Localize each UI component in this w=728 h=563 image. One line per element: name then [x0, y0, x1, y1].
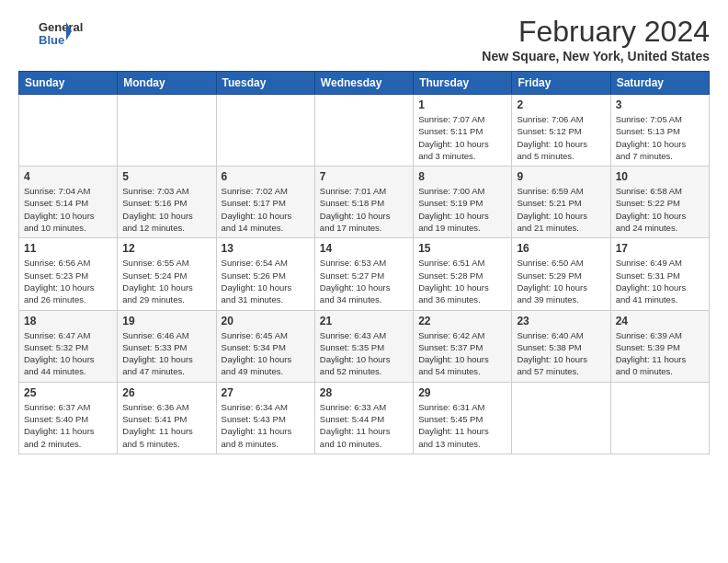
day-info: Sunrise: 6:46 AMSunset: 5:33 PMDaylight:… [122, 329, 210, 378]
calendar-cell: 9Sunrise: 6:59 AMSunset: 5:21 PMDaylight… [512, 167, 610, 238]
day-number: 27 [222, 386, 310, 399]
day-number: 12 [122, 242, 210, 255]
calendar-cell: 1Sunrise: 7:07 AMSunset: 5:11 PMDaylight… [414, 95, 512, 167]
day-number: 5 [122, 170, 210, 183]
day-info: Sunrise: 6:36 AMSunset: 5:41 PMDaylight:… [122, 401, 210, 450]
day-number: 6 [222, 170, 310, 183]
calendar-cell: 11Sunrise: 6:56 AMSunset: 5:23 PMDayligh… [19, 238, 118, 310]
day-info: Sunrise: 6:33 AMSunset: 5:44 PMDaylight:… [320, 401, 408, 450]
day-info: Sunrise: 7:04 AMSunset: 5:14 PMDaylight:… [24, 185, 112, 234]
day-number: 19 [122, 315, 210, 327]
calendar-cell: 15Sunrise: 6:51 AMSunset: 5:28 PMDayligh… [414, 238, 512, 310]
day-info: Sunrise: 7:05 AMSunset: 5:13 PMDaylight:… [616, 113, 704, 162]
day-number: 18 [24, 315, 112, 327]
day-number: 26 [122, 386, 210, 399]
calendar-week-row: 18Sunrise: 6:47 AMSunset: 5:32 PMDayligh… [19, 310, 710, 382]
calendar-cell [216, 95, 314, 167]
day-info: Sunrise: 6:58 AMSunset: 5:22 PMDaylight:… [616, 185, 704, 234]
calendar-cell: 28Sunrise: 6:33 AMSunset: 5:44 PMDayligh… [314, 382, 413, 454]
day-number: 7 [320, 170, 408, 183]
calendar-cell: 19Sunrise: 6:46 AMSunset: 5:33 PMDayligh… [118, 310, 216, 382]
calendar-cell: 29Sunrise: 6:31 AMSunset: 5:45 PMDayligh… [414, 382, 512, 454]
column-header-friday: Friday [512, 72, 610, 95]
day-info: Sunrise: 6:47 AMSunset: 5:32 PMDaylight:… [24, 329, 112, 378]
calendar-cell: 24Sunrise: 6:39 AMSunset: 5:39 PMDayligh… [610, 310, 709, 382]
calendar-cell [314, 95, 413, 167]
day-info: Sunrise: 7:00 AMSunset: 5:19 PMDaylight:… [418, 185, 506, 234]
day-number: 21 [320, 315, 408, 327]
calendar-cell: 2Sunrise: 7:06 AMSunset: 5:12 PMDaylight… [512, 95, 610, 167]
calendar-cell: 23Sunrise: 6:40 AMSunset: 5:38 PMDayligh… [512, 310, 610, 382]
day-number: 17 [616, 242, 704, 255]
day-info: Sunrise: 6:39 AMSunset: 5:39 PMDaylight:… [616, 329, 704, 378]
column-header-sunday: Sunday [19, 72, 118, 95]
column-header-saturday: Saturday [610, 72, 709, 95]
calendar-cell: 18Sunrise: 6:47 AMSunset: 5:32 PMDayligh… [19, 310, 118, 382]
logo: General Blue General Blue [18, 15, 92, 52]
day-info: Sunrise: 6:43 AMSunset: 5:35 PMDaylight:… [320, 329, 408, 378]
day-number: 20 [222, 315, 310, 327]
day-info: Sunrise: 7:07 AMSunset: 5:11 PMDaylight:… [418, 113, 506, 162]
calendar-header-row: SundayMondayTuesdayWednesdayThursdayFrid… [19, 72, 710, 95]
calendar-cell: 8Sunrise: 7:00 AMSunset: 5:19 PMDaylight… [414, 167, 512, 238]
day-number: 25 [24, 386, 112, 399]
day-number: 9 [517, 170, 605, 183]
day-info: Sunrise: 6:56 AMSunset: 5:23 PMDaylight:… [24, 257, 112, 305]
calendar-table: SundayMondayTuesdayWednesdayThursdayFrid… [18, 71, 710, 454]
calendar-cell: 27Sunrise: 6:34 AMSunset: 5:43 PMDayligh… [216, 382, 314, 454]
calendar-week-row: 1Sunrise: 7:07 AMSunset: 5:11 PMDaylight… [19, 95, 710, 167]
day-number: 22 [418, 315, 506, 327]
column-header-thursday: Thursday [414, 72, 512, 95]
day-number: 13 [222, 242, 310, 255]
day-info: Sunrise: 6:42 AMSunset: 5:37 PMDaylight:… [418, 329, 506, 378]
day-number: 11 [24, 242, 112, 255]
calendar-cell [512, 382, 610, 454]
calendar-week-row: 4Sunrise: 7:04 AMSunset: 5:14 PMDaylight… [19, 167, 710, 238]
day-info: Sunrise: 6:53 AMSunset: 5:27 PMDaylight:… [320, 257, 408, 305]
calendar-cell [610, 382, 709, 454]
day-number: 16 [517, 242, 605, 255]
day-info: Sunrise: 6:37 AMSunset: 5:40 PMDaylight:… [24, 401, 112, 450]
day-number: 8 [418, 170, 506, 183]
day-info: Sunrise: 6:54 AMSunset: 5:26 PMDaylight:… [222, 257, 310, 305]
calendar-cell: 17Sunrise: 6:49 AMSunset: 5:31 PMDayligh… [610, 238, 709, 310]
day-number: 1 [418, 98, 506, 111]
day-number: 3 [616, 98, 704, 111]
day-info: Sunrise: 6:50 AMSunset: 5:29 PMDaylight:… [517, 257, 605, 305]
calendar-cell: 10Sunrise: 6:58 AMSunset: 5:22 PMDayligh… [610, 167, 709, 238]
day-info: Sunrise: 7:01 AMSunset: 5:18 PMDaylight:… [320, 185, 408, 234]
calendar-cell: 4Sunrise: 7:04 AMSunset: 5:14 PMDaylight… [19, 167, 118, 238]
day-number: 28 [320, 386, 408, 399]
calendar-cell: 25Sunrise: 6:37 AMSunset: 5:40 PMDayligh… [19, 382, 118, 454]
day-number: 4 [24, 170, 112, 183]
location-subtitle: New Square, New York, United States [482, 49, 710, 63]
calendar-cell [118, 95, 216, 167]
calendar-cell: 20Sunrise: 6:45 AMSunset: 5:34 PMDayligh… [216, 310, 314, 382]
day-number: 2 [517, 98, 605, 111]
column-header-tuesday: Tuesday [216, 72, 314, 95]
day-info: Sunrise: 6:34 AMSunset: 5:43 PMDaylight:… [222, 401, 310, 450]
main-title: February 2024 [482, 15, 710, 49]
day-info: Sunrise: 6:55 AMSunset: 5:24 PMDaylight:… [122, 257, 210, 305]
column-header-monday: Monday [118, 72, 216, 95]
calendar-cell: 14Sunrise: 6:53 AMSunset: 5:27 PMDayligh… [314, 238, 413, 310]
title-section: February 2024 New Square, New York, Unit… [482, 15, 710, 63]
calendar-week-row: 11Sunrise: 6:56 AMSunset: 5:23 PMDayligh… [19, 238, 710, 310]
calendar-cell: 6Sunrise: 7:02 AMSunset: 5:17 PMDaylight… [216, 167, 314, 238]
day-info: Sunrise: 6:49 AMSunset: 5:31 PMDaylight:… [616, 257, 704, 305]
calendar-cell: 26Sunrise: 6:36 AMSunset: 5:41 PMDayligh… [118, 382, 216, 454]
day-number: 29 [418, 386, 506, 399]
svg-text:General: General [39, 20, 83, 34]
calendar-cell: 5Sunrise: 7:03 AMSunset: 5:16 PMDaylight… [118, 167, 216, 238]
day-info: Sunrise: 6:59 AMSunset: 5:21 PMDaylight:… [517, 185, 605, 234]
day-info: Sunrise: 6:45 AMSunset: 5:34 PMDaylight:… [222, 329, 310, 378]
calendar-cell: 21Sunrise: 6:43 AMSunset: 5:35 PMDayligh… [314, 310, 413, 382]
column-header-wednesday: Wednesday [314, 72, 413, 95]
calendar-cell [19, 95, 118, 167]
day-info: Sunrise: 7:06 AMSunset: 5:12 PMDaylight:… [517, 113, 605, 162]
calendar-cell: 13Sunrise: 6:54 AMSunset: 5:26 PMDayligh… [216, 238, 314, 310]
day-info: Sunrise: 6:40 AMSunset: 5:38 PMDaylight:… [517, 329, 605, 378]
svg-text:Blue: Blue [39, 33, 64, 47]
day-number: 10 [616, 170, 704, 183]
day-number: 15 [418, 242, 506, 255]
